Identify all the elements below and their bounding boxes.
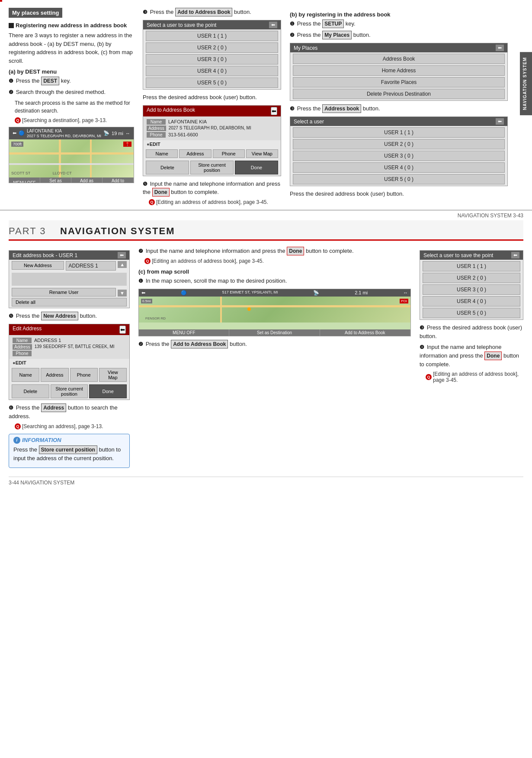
ea-done-btn[interactable]: Done — [89, 384, 127, 398]
user2-1-row[interactable]: USER 1 ( 1 ) — [293, 127, 505, 138]
del-prev-row[interactable]: Delete Previous Destination — [293, 89, 505, 99]
store-pos-btn[interactable]: Store current position — [190, 161, 234, 174]
a-by-dest-label: (a) by DEST menu — [9, 68, 134, 75]
user2-5-row[interactable]: USER 5 ( 0 ) — [293, 174, 505, 184]
ea-view-map-btn[interactable]: View Map — [99, 368, 127, 382]
c-map-bottom[interactable]: MENU OFF Set as Destination Add to Addre… — [139, 329, 410, 336]
address-btn[interactable]: Address — [179, 149, 211, 158]
delete-all-btn[interactable]: Delete all — [12, 298, 127, 306]
addr-book-row[interactable]: Address Book — [293, 54, 505, 64]
user2-2-row[interactable]: USER 2 ( 0 ) — [293, 139, 505, 149]
edit-addr-info: Name ADDRESS 1 Address 139 SEEDORFF ST, … — [9, 335, 129, 359]
c-menu-btn[interactable]: MENU OFF — [139, 329, 229, 336]
b-section-label: (b) by registering in the address book — [290, 11, 508, 18]
b-step4-text: Press the desired address book (user) bu… — [290, 190, 508, 198]
new-addr-inline-btn: New Address — [41, 312, 78, 320]
user2-4-row[interactable]: USER 4 ( 0 ) — [293, 162, 505, 173]
col3-user4[interactable]: USER 4 ( 0 ) — [423, 296, 520, 306]
name-btn[interactable]: Name — [146, 149, 178, 158]
add-addr-header: Add to Address Book ⬅ — [143, 106, 281, 116]
delete-btn[interactable]: Delete — [146, 161, 189, 174]
nav-side-tab: NAVIGATION SYSTEM — [520, 52, 532, 115]
user2-3-row[interactable]: USER 3 ( 0 ) — [293, 151, 505, 161]
menu-off-btn[interactable]: MENU OFF — [9, 177, 40, 183]
c-location-marker — [247, 307, 251, 311]
ea-phone-row: Phone — [13, 351, 126, 356]
bottom-page-footer: 3-44 NAVIGATION SYSTEM — [9, 477, 523, 486]
fav-places-row[interactable]: Favorite Places — [293, 77, 505, 87]
user5-row[interactable]: USER 5 ( 0 ) — [146, 77, 278, 88]
map-body: 700ft 📍 SCOTT ST LLOYD CT — [9, 139, 134, 177]
part-header: PART 3 NAVIGATION SYSTEM — [9, 220, 523, 241]
col3-user1[interactable]: USER 1 ( 1 ) — [423, 261, 520, 271]
ref-icon-4: Q — [144, 258, 151, 264]
addr-phone-row: Phone 313-561-6600 — [147, 132, 277, 138]
select-user-back[interactable]: ⬅ — [269, 22, 277, 28]
col3-ref: Q [Editing an address of address book], … — [420, 371, 523, 383]
my-places-back[interactable]: ⬅ — [496, 45, 504, 51]
col3-select-back[interactable]: ⬅ — [511, 252, 519, 258]
set-destination-btn[interactable]: Set as Destination — [40, 177, 71, 183]
subsection-title: Registering new address in address book — [9, 22, 134, 29]
done-inline-btn: Done — [152, 188, 170, 197]
col2-ref: Q [Editing an address of address book], … — [138, 258, 411, 264]
ea-store-btn[interactable]: Store current position — [51, 384, 88, 398]
ea-edit-label: ●EDIT — [9, 359, 129, 367]
ea-name-btn[interactable]: Name — [12, 368, 39, 382]
top-page-footer: NAVIGATION SYSTEM 3-43 — [0, 210, 532, 220]
new-addr-btn[interactable]: New Address — [12, 261, 64, 270]
home-addr-row[interactable]: Home Address — [293, 65, 505, 76]
road-h1 — [9, 152, 134, 155]
c-add-book-btn[interactable]: Add to Address Book — [320, 329, 410, 336]
edit-address-back[interactable]: ⬅ — [119, 326, 126, 334]
add-addr-back[interactable]: ⬅ — [271, 107, 277, 115]
c-dest-btn[interactable]: Set as Destination — [229, 329, 320, 336]
map-display: ⬅ 🔵 LAFONTAINE KIA 2027 S TELEGRAPH RD, … — [9, 127, 134, 183]
add-waypoint-btn[interactable]: Add as Waypoint — [71, 177, 103, 183]
edit-addr-back[interactable]: ⬅ — [118, 252, 126, 258]
user3-row[interactable]: USER 3 ( 0 ) — [146, 54, 278, 65]
view-map-btn[interactable]: View Map — [246, 149, 278, 158]
ea-delete-btn[interactable]: Delete — [12, 384, 49, 398]
c-map-header: ⬅ 🔵 517 EMMET ST, YPSILANTI, MI 📡 2.1 mi… — [139, 289, 410, 297]
scroll-down-btn[interactable]: ▼ — [118, 290, 127, 297]
add-addr-btn-inline: Add to Address Book — [175, 8, 232, 16]
road-h2 — [9, 163, 134, 165]
ea-btn-row2: Delete Store current position Done — [9, 383, 129, 400]
addr-btn-row2: Delete Store current position Done — [143, 159, 281, 176]
col3-user3[interactable]: USER 3 ( 0 ) — [423, 284, 520, 295]
step5-ref: Q [Editing an address of address book], … — [143, 199, 281, 205]
edit-addr-book-box: Edit address book - USER 1 ⬅ New Address… — [9, 250, 130, 308]
info-icon: i — [13, 437, 20, 444]
add-address-book-btn[interactable]: Add to Address Book — [103, 177, 134, 183]
ref-icon-2: Q — [149, 199, 155, 205]
phone-btn[interactable]: Phone — [213, 149, 245, 158]
rename-user-btn[interactable]: Rename User — [12, 288, 116, 297]
col3-user2[interactable]: USER 2 ( 0 ) — [423, 273, 520, 283]
select-user2-box: Select a user ⬅ USER 1 ( 1 ) USER 2 ( 0 … — [290, 116, 508, 186]
addr-book-btn-inline: Address book — [322, 104, 361, 113]
step3-text: ❸ Press the Add to Address Book button. — [143, 8, 281, 16]
ea-address-btn[interactable]: Address — [41, 368, 68, 382]
ea-address-row: Address 139 SEEDORFF ST, BATTLE CREEK, M… — [13, 344, 126, 350]
c-step2-text: ❷ Press the Add to Address Book button. — [138, 340, 411, 348]
address-1-row[interactable]: ADDRESS 1 — [66, 261, 116, 271]
user2-row[interactable]: USER 2 ( 0 ) — [146, 42, 278, 53]
c-step1-text: ❶ In the map screen, scroll the map to t… — [138, 277, 411, 285]
add-addr-box: Add to Address Book ⬅ Name LAFONTAINE KI… — [143, 105, 281, 176]
ea-phone-btn[interactable]: Phone — [70, 368, 98, 382]
select-user2-back[interactable]: ⬅ — [496, 118, 504, 125]
map-bottom-bar[interactable]: MENU OFF Set as Destination Add as Waypo… — [9, 177, 134, 183]
ref-icon-5: Q — [426, 374, 432, 380]
my-places-header: My Places ⬅ — [290, 43, 507, 52]
scroll-up-btn[interactable]: ▲ — [118, 261, 127, 268]
user1-row[interactable]: USER 1 ( 1 ) — [146, 31, 278, 41]
col3-user5[interactable]: USER 5 ( 0 ) — [423, 308, 520, 318]
my-places-box: My Places ⬅ Address Book Home Address Fa… — [290, 43, 508, 101]
done-btn[interactable]: Done — [235, 161, 278, 174]
new-address-section: New Address ADDRESS 1 ▲ — [12, 261, 127, 271]
addr-btn-row1: Name Address Phone View Map — [143, 148, 281, 159]
c-road-h — [139, 305, 410, 307]
user4-row[interactable]: USER 4 ( 0 ) — [146, 66, 278, 76]
addr-name-row: Name LAFONTAINE KIA — [147, 119, 277, 125]
